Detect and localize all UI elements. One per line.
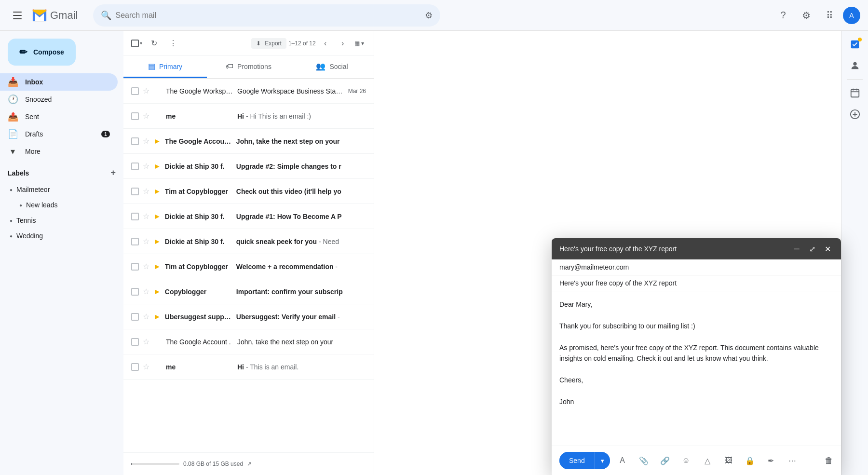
star-icon[interactable]: ☆ (143, 337, 149, 346)
compose-button[interactable]: ✏ Compose (8, 39, 76, 66)
email-row[interactable]: ☆ The Google Account . John, take the ne… (123, 329, 374, 354)
refresh-button[interactable]: ↻ (146, 36, 162, 51)
email-snippet: Upgrade #2: Simple changes to r (236, 163, 362, 170)
minimize-button[interactable]: ─ (791, 243, 802, 255)
email-row[interactable]: ☆ ► Dickie at Ship 30 f. quick sneak pee… (123, 229, 374, 254)
select-all-checkbox[interactable] (131, 40, 139, 47)
star-icon[interactable]: ☆ (143, 86, 149, 95)
row-checkbox[interactable] (131, 363, 139, 371)
star-icon[interactable]: ☆ (143, 162, 149, 171)
export-icon: ⬇ (256, 40, 261, 47)
star-icon[interactable]: ☆ (143, 187, 149, 196)
lock-button[interactable]: 🔒 (741, 452, 759, 469)
row-checkbox[interactable] (131, 188, 139, 195)
row-checkbox[interactable] (131, 112, 139, 120)
expand-button[interactable]: ⤢ (806, 243, 818, 255)
right-panel-add-icon[interactable] (845, 105, 865, 124)
email-row[interactable]: ☆ ► Tim at Copyblogger Check out this vi… (123, 179, 374, 204)
tab-primary[interactable]: ▤ Primary (123, 56, 207, 78)
attachment-button[interactable]: 📎 (635, 452, 652, 469)
right-panel-contacts-icon[interactable] (845, 56, 865, 75)
labels-add-button[interactable]: + (110, 168, 116, 178)
select-all-area[interactable]: ▾ (131, 40, 142, 47)
compose-to-field[interactable]: mary@mailmeteor.com (552, 259, 841, 275)
row-checkbox[interactable] (131, 313, 139, 321)
list-toolbar: ▾ ↻ ⋮ ⬇ Export 1–12 of 12 ‹ › ▦ ▾ (123, 31, 374, 56)
social-tab-icon: 👥 (316, 62, 326, 71)
avatar[interactable]: A (843, 7, 860, 24)
send-dropdown-button[interactable]: ▾ (595, 452, 610, 469)
sidebar-item-snoozed[interactable]: 🕐 Snoozed (0, 91, 118, 108)
star-icon[interactable]: ☆ (143, 362, 149, 371)
search-tune-icon[interactable]: ⚙ (425, 10, 433, 21)
close-compose-button[interactable]: ✕ (822, 243, 833, 255)
sidebar-item-drafts[interactable]: 📄 Drafts 1 (0, 125, 118, 143)
row-checkbox[interactable] (131, 288, 139, 296)
label-item-wedding[interactable]: ● Wedding (8, 228, 110, 244)
row-checkbox[interactable] (131, 163, 139, 170)
settings-button[interactable]: ⚙ (797, 6, 816, 25)
storage-link[interactable]: ↗ (247, 461, 252, 467)
email-row[interactable]: ☆ ► Dickie at Ship 30 f. Upgrade #1: How… (123, 204, 374, 229)
formatting-button[interactable]: A (614, 452, 631, 469)
more-options-compose-button[interactable]: ⋯ (784, 452, 801, 469)
prev-page-button[interactable]: ‹ (318, 36, 333, 51)
apps-button[interactable]: ⠿ (820, 6, 839, 25)
row-checkbox[interactable] (131, 238, 139, 245)
star-icon[interactable]: ☆ (143, 312, 149, 321)
more-options-button[interactable]: ⋮ (165, 36, 181, 51)
select-dropdown-arrow[interactable]: ▾ (140, 41, 142, 46)
email-snippet: Important: confirm your subscrip (236, 288, 362, 296)
photo-button[interactable]: 🖼 (720, 452, 737, 469)
emoji-button[interactable]: ☺ (678, 452, 695, 469)
email-row[interactable]: ☆ The Google Workspac. Google Workspace … (123, 79, 374, 104)
right-panel-calendar-icon[interactable] (845, 83, 865, 103)
email-row[interactable]: ☆ ► The Google Account . John, take the … (123, 129, 374, 154)
delete-draft-button[interactable]: 🗑 (825, 456, 833, 465)
star-icon[interactable]: ☆ (143, 262, 149, 271)
send-button[interactable]: Send (559, 452, 595, 469)
compose-subject-field[interactable]: Here's your free copy of the XYZ report (552, 275, 841, 291)
star-icon[interactable]: ☆ (143, 287, 149, 296)
email-date: Mar 26 (348, 88, 366, 95)
export-button[interactable]: ⬇ Export (251, 38, 286, 49)
row-checkbox[interactable] (131, 87, 139, 95)
search-input[interactable] (115, 11, 421, 20)
sidebar-item-more[interactable]: ▾ More (0, 143, 118, 160)
label-item-mailmeteor[interactable]: ● Mailmeteor (8, 182, 110, 197)
next-page-button[interactable]: › (335, 36, 351, 51)
signature-button[interactable]: ✒ (762, 452, 780, 469)
star-icon[interactable]: ☆ (143, 111, 149, 121)
row-checkbox[interactable] (131, 137, 139, 145)
star-icon[interactable]: ☆ (143, 212, 149, 221)
row-checkbox[interactable] (131, 338, 139, 346)
email-row[interactable]: ☆ ► Ubersuggest support Ubersuggest: Ver… (123, 304, 374, 329)
star-icon[interactable]: ☆ (143, 237, 149, 246)
drive-button[interactable]: △ (699, 452, 716, 469)
label-item-new-leads[interactable]: ● New leads (8, 197, 110, 213)
menu-button[interactable] (8, 6, 27, 25)
email-row[interactable]: ☆ ► Tim at Copyblogger Welcome + a recom… (123, 254, 374, 279)
compose-body-text[interactable]: Dear Mary, Thank you for subscribing to … (552, 291, 841, 446)
email-row[interactable]: ☆ me Hi - This is an email. (123, 354, 374, 380)
link-button[interactable]: 🔗 (656, 452, 674, 469)
storage-fill (131, 463, 132, 465)
tab-social[interactable]: 👥 Social (290, 56, 374, 78)
sidebar-item-sent[interactable]: 📤 Sent (0, 108, 118, 125)
row-checkbox[interactable] (131, 213, 139, 220)
compose-header[interactable]: Here's your free copy of the XYZ report … (552, 238, 841, 259)
star-icon[interactable]: ☆ (143, 136, 149, 146)
email-row[interactable]: ☆ ► Copyblogger Important: confirm your … (123, 279, 374, 304)
view-options-button[interactable]: ▦ ▾ (353, 36, 366, 51)
row-checkbox[interactable] (131, 263, 139, 271)
compose-body-line: Dear Mary, (559, 299, 833, 310)
tab-promotions[interactable]: 🏷 Promotions (207, 56, 290, 78)
right-panel-tasks-icon[interactable] (845, 35, 865, 54)
email-row[interactable]: ☆ ► Dickie at Ship 30 f. Upgrade #2: Sim… (123, 154, 374, 179)
sender-name: The Google Account . (165, 137, 232, 145)
email-row[interactable]: ☆ me Hi - Hi This is an email :) (123, 104, 374, 129)
sidebar-item-inbox[interactable]: 📥 Inbox (0, 73, 118, 91)
help-button[interactable]: ? (773, 6, 793, 25)
label-item-tennis[interactable]: ● Tennis (8, 213, 110, 228)
snippet-text: - (336, 313, 340, 321)
